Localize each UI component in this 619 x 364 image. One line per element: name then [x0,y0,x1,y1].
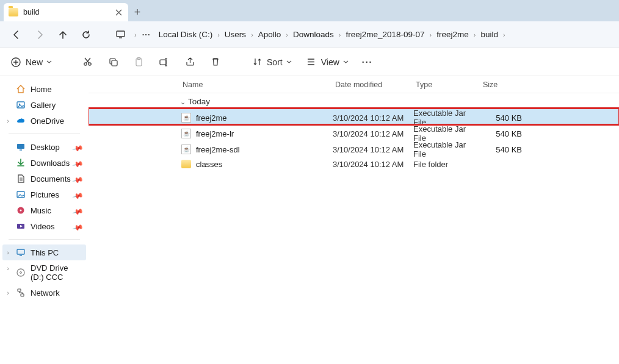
sidebar-item[interactable]: ›Network [2,285,86,301]
sort-button[interactable]: Sort [250,54,293,71]
file-row[interactable]: ☕freej2me-lr3/10/2024 10:12 AMExecutable… [89,124,619,140]
chevron-right-icon[interactable]: › [429,31,433,38]
sidebar-item-icon [16,158,26,168]
sidebar-item[interactable]: Pictures📌 [2,187,86,202]
group-header[interactable]: ⌄Today [89,93,619,109]
sidebar-item-icon [16,221,26,231]
sidebar-item-label: Desktop [31,143,60,152]
chevron-right-icon[interactable]: › [216,31,221,38]
window-tab[interactable]: build [4,3,128,21]
rename-icon [158,56,170,68]
breadcrumb-item[interactable]: build [477,27,502,41]
sidebar-item-icon [16,116,26,126]
file-date: 3/10/2024 10:12 AM [333,145,413,154]
trash-icon [209,56,222,68]
chevron-right-icon[interactable]: › [4,117,12,124]
tab-title: build [23,8,109,16]
address-bar: › ··· Local Disk (C:)›Users›Apollo›Downl… [0,21,619,48]
rename-button[interactable] [157,54,172,71]
svg-rect-16 [17,249,24,254]
up-button[interactable] [52,24,73,45]
file-row[interactable]: classes3/10/2024 10:12 AMFile folder [89,156,619,172]
sidebar-item[interactable]: ›DVD Drive (D:) CCC [2,260,86,285]
chevron-right-icon[interactable]: › [250,31,255,38]
back-button[interactable] [6,24,27,45]
svg-point-18 [20,272,22,274]
folder-icon [181,160,191,168]
chevron-right-icon[interactable]: › [4,265,12,272]
svg-rect-8 [160,60,166,65]
column-type-header[interactable]: Type [413,80,480,89]
chevron-right-icon[interactable]: › [338,31,342,38]
sidebar-separator [9,239,80,240]
breadcrumb-item[interactable]: Users [221,27,250,41]
chevron-right-icon[interactable]: › [284,31,289,38]
sidebar-item[interactable]: Documents📌 [2,171,86,187]
pin-icon: 📌 [72,158,84,170]
breadcrumb: Local Disk (C:)›Users›Apollo›Downloads›f… [155,27,507,41]
sidebar-item-icon [16,100,26,110]
jar-file-icon: ☕ [181,113,191,123]
sidebar-item[interactable]: ›This PC [2,244,86,260]
column-name-header[interactable]: Name [180,80,333,89]
overflow-crumb-icon[interactable]: ··· [140,24,153,45]
breadcrumb-item[interactable]: Downloads [289,27,338,41]
sidebar-item-label: Network [31,288,60,298]
chevron-right-icon[interactable]: › [472,31,477,38]
svg-rect-20 [21,294,24,296]
copy-button[interactable] [106,54,120,71]
pin-icon: 📌 [72,205,84,218]
column-headers[interactable]: Name Date modified Type Size [89,76,619,93]
sidebar-item-label: Gallery [31,101,56,110]
column-date-header[interactable]: Date modified [333,80,413,89]
delete-button[interactable] [208,54,223,71]
svg-rect-5 [112,60,117,66]
sidebar-item-icon [16,142,26,152]
view-icon [305,56,317,68]
share-button[interactable] [183,54,197,71]
breadcrumb-item[interactable]: freej2me_2018-09-07 [342,27,428,41]
sidebar-item-icon [16,248,26,257]
sidebar-item-icon [16,205,26,215]
chevron-right-icon[interactable]: › [4,289,12,296]
sidebar-item-label: This PC [31,248,59,257]
paste-button[interactable] [131,54,146,71]
pin-icon: 📌 [72,142,84,154]
new-button[interactable]: New [9,54,53,71]
svg-rect-19 [18,289,21,291]
sidebar-item[interactable]: Music📌 [2,202,86,218]
sidebar-item-label: Music [31,206,51,215]
sidebar-item[interactable]: Downloads📌 [2,155,86,171]
sidebar-item[interactable]: ›OneDrive [2,113,86,129]
svg-rect-11 [17,144,24,149]
add-tab-button[interactable]: + [128,3,147,21]
refresh-button[interactable] [76,24,96,45]
file-date: 3/10/2024 10:12 AM [333,129,413,138]
more-button[interactable]: ··· [361,55,374,70]
pc-icon[interactable] [110,24,131,45]
breadcrumb-item[interactable]: freej2me [433,27,472,41]
svg-rect-0 [117,31,125,37]
sidebar-item[interactable]: Videos📌 [2,218,86,234]
column-size-header[interactable]: Size [480,80,524,89]
sidebar-separator [9,134,80,134]
close-tab-icon[interactable] [114,7,123,17]
breadcrumb-item[interactable]: Local Disk (C:) [155,27,217,41]
file-date: 3/10/2024 10:12 AM [333,113,413,123]
chevron-down-icon [343,59,349,65]
chevron-right-icon[interactable]: › [4,249,12,256]
folder-icon [9,8,18,16]
cut-button[interactable] [80,54,95,71]
view-button[interactable]: View [304,54,350,71]
file-type: Executable Jar File [413,140,480,159]
forward-button[interactable] [29,24,50,45]
sidebar-item[interactable]: Gallery [2,97,86,113]
file-row[interactable]: ☕freej2me3/10/2024 10:12 AMExecutable Ja… [89,109,619,124]
chevron-right-icon[interactable]: › [133,31,138,38]
file-row[interactable]: ☕freej2me-sdl3/10/2024 10:12 AMExecutabl… [89,140,619,156]
breadcrumb-item[interactable]: Apollo [255,27,285,41]
chevron-right-icon[interactable]: › [502,31,507,38]
sidebar-item[interactable]: Desktop📌 [2,139,86,155]
new-icon [10,56,22,68]
sidebar-item[interactable]: Home [2,81,86,97]
